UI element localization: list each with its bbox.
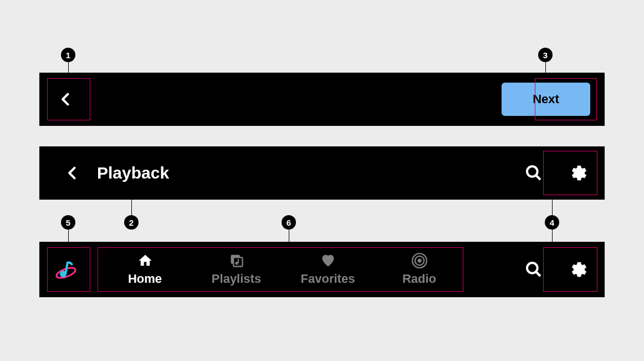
appbar-simple: Next: [39, 73, 605, 126]
leader-6: [289, 230, 289, 247]
next-button-label: Next: [533, 92, 559, 106]
svg-rect-8: [237, 259, 238, 263]
gear-icon: [570, 164, 588, 182]
leader-4a: [552, 195, 553, 215]
svg-line-1: [536, 175, 540, 180]
callout-3: 3: [538, 48, 553, 62]
callout-2: 2: [124, 215, 139, 230]
playlist-icon: [229, 253, 244, 268]
back-button[interactable]: [56, 156, 89, 190]
tab-label: Favorites: [301, 272, 355, 286]
action-group: [518, 157, 595, 189]
tab-playlists[interactable]: Playlists: [191, 250, 282, 289]
search-button[interactable]: [518, 254, 549, 285]
svg-point-9: [417, 259, 421, 263]
tab-label: Radio: [402, 272, 436, 286]
chevron-left-icon: [65, 165, 80, 181]
leader-5: [68, 230, 69, 247]
next-button[interactable]: Next: [502, 83, 590, 116]
appbar-title-actions: Playback: [39, 146, 605, 200]
callout-1: 1: [61, 48, 75, 62]
svg-point-12: [527, 263, 538, 273]
svg-point-0: [527, 166, 538, 177]
chevron-left-icon: [58, 91, 74, 107]
action-group: [518, 254, 595, 285]
settings-button[interactable]: [564, 254, 595, 285]
leader-1: [68, 62, 69, 78]
heart-icon: [320, 253, 336, 268]
home-icon: [137, 253, 153, 268]
appbar-tabs: Home Playlists Favorites Radio: [39, 242, 605, 297]
music-logo-icon: [54, 257, 78, 282]
leader-2: [131, 183, 132, 215]
search-icon: [525, 261, 543, 278]
settings-button[interactable]: [564, 157, 595, 189]
back-button[interactable]: [49, 83, 83, 116]
tab-bar: Home Playlists Favorites Radio: [99, 250, 465, 289]
svg-line-13: [536, 272, 540, 276]
tab-home[interactable]: Home: [99, 250, 191, 289]
app-logo[interactable]: [49, 253, 83, 286]
tab-label: Home: [128, 272, 162, 286]
page-title: Playback: [97, 164, 169, 182]
callout-6: 6: [282, 215, 296, 230]
tab-label: Playlists: [212, 272, 261, 286]
tab-favorites[interactable]: Favorites: [282, 250, 374, 289]
leader-3: [545, 62, 546, 78]
search-icon: [525, 164, 543, 182]
callout-5: 5: [61, 215, 75, 230]
leader-4b: [552, 230, 553, 247]
gear-icon: [570, 261, 588, 278]
search-button[interactable]: [518, 157, 549, 189]
radio-icon: [412, 253, 427, 268]
callout-4: 4: [545, 215, 559, 230]
tab-radio[interactable]: Radio: [374, 250, 465, 289]
